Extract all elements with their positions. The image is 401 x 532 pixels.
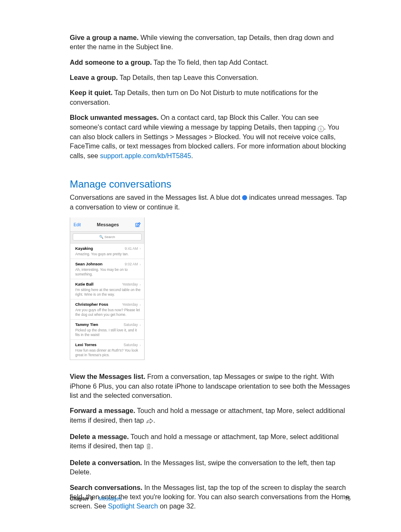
- paragraph-leave-group: Leave a group. Tap Details, then tap Lea…: [70, 73, 351, 82]
- body-text: .: [191, 152, 193, 159]
- bold-lead: Keep it quiet.: [70, 89, 113, 96]
- paragraph-keep-quiet: Keep it quiet. Tap Details, then turn on…: [70, 88, 351, 107]
- bold-lead: Add someone to a group.: [70, 58, 152, 66]
- section-title-manage-conversations: Manage conversations: [70, 177, 351, 191]
- conversation-name: Tammy Tien: [75, 322, 98, 327]
- paragraph-forward-message: Forward a message. Touch and hold a mess…: [70, 406, 351, 426]
- conversation-preview: I'm sitting here at the second table on …: [75, 288, 141, 296]
- conversation-row[interactable]: Christopher FossYesterday ›Are you guys …: [70, 299, 144, 320]
- conversation-preview: Amazing. You guys are pretty tan.: [75, 252, 141, 257]
- forward-icon: [146, 417, 153, 426]
- paragraph-give-name: Give a group a name. While viewing the c…: [70, 33, 351, 52]
- chevron-right-icon: ›: [140, 303, 141, 307]
- chevron-right-icon: ›: [140, 283, 141, 287]
- conversation-time: 9:41 AM ›: [125, 246, 141, 251]
- body-text: .: [151, 442, 153, 450]
- conversation-time: Saturday ›: [124, 323, 141, 328]
- chevron-right-icon: ›: [140, 247, 141, 251]
- conversation-time: 9:02 AM ›: [125, 262, 141, 267]
- search-placeholder: Search: [104, 235, 115, 239]
- chevron-right-icon: ›: [140, 263, 141, 267]
- conversation-row[interactable]: Katie BallYesterday ›I'm sitting here at…: [70, 279, 144, 299]
- bold-lead: Block unwanted messages.: [70, 114, 158, 121]
- conversation-time: Yesterday ›: [122, 302, 141, 307]
- conversation-preview: Are you guys off the bus now? Please let…: [75, 308, 141, 317]
- conversation-preview: Picked up the dress. I still love it, an…: [75, 328, 141, 337]
- conversation-list: Kayaking9:41 AM ›Amazing. You guys are p…: [70, 244, 144, 360]
- paragraph-add-someone: Add someone to a group. Tap the To field…: [70, 58, 351, 67]
- conversation-name: Kayaking: [75, 246, 93, 251]
- search-bar[interactable]: 🔍 Search: [70, 232, 144, 244]
- paragraph-delete-message: Delete a message. Touch and hold a messa…: [70, 432, 351, 452]
- conversation-row[interactable]: Kayaking9:41 AM ›Amazing. You guys are p…: [70, 244, 144, 259]
- conversation-name: Christopher Foss: [75, 302, 108, 307]
- unread-dot-icon: [242, 195, 247, 200]
- navbar-title: Messages: [97, 222, 119, 228]
- trash-icon: [146, 442, 151, 452]
- chapter-label: Chapter 9: [70, 496, 93, 502]
- paragraph-delete-conversation: Delete a conversation. In the Messages l…: [70, 458, 351, 477]
- conversation-time: Yesterday ›: [122, 282, 141, 287]
- bold-lead: Give a group a name.: [70, 34, 139, 41]
- edit-button[interactable]: Edit: [74, 222, 81, 228]
- bold-lead: View the Messages list.: [70, 373, 145, 380]
- bold-lead: Delete a message.: [70, 433, 129, 440]
- body-text: .: [153, 416, 156, 424]
- conversation-row[interactable]: Lexi TorresSaturday ›How fun was dinner …: [70, 340, 144, 360]
- conversation-preview: How fun was dinner at Ruth's? You look g…: [75, 348, 141, 357]
- body-text: Conversations are saved in the Messages …: [70, 193, 242, 201]
- conversation-time: Saturday ›: [124, 343, 141, 348]
- support-link[interactable]: support.apple.com/kb/HT5845: [100, 152, 191, 159]
- page-footer: Chapter 9 Messages 75: [70, 495, 351, 503]
- search-icon: 🔍: [99, 235, 103, 239]
- bold-lead: Leave a group.: [70, 74, 118, 81]
- body-text: Tap Details, then tap Leave this Convers…: [118, 74, 258, 81]
- chevron-right-icon: ›: [140, 344, 141, 347]
- bold-lead: Search conversations.: [70, 484, 142, 491]
- chevron-right-icon: ›: [140, 323, 141, 327]
- bold-lead: Delete a conversation.: [70, 459, 142, 466]
- conversation-preview: Ah, interesting. You may be on to someth…: [75, 267, 141, 276]
- conversation-name: Katie Ball: [75, 281, 93, 287]
- body-text: on page 32.: [158, 502, 196, 510]
- conversation-row[interactable]: Tammy TienSaturday ›Picked up the dress.…: [70, 320, 144, 340]
- paragraph-view-list: View the Messages list. From a conversat…: [70, 372, 351, 400]
- page-number: 75: [345, 495, 351, 503]
- section-intro: Conversations are saved in the Messages …: [70, 193, 351, 212]
- compose-icon[interactable]: [135, 222, 141, 228]
- info-icon: i: [318, 126, 324, 132]
- messages-navbar: Edit Messages: [70, 217, 144, 232]
- conversation-name: Lexi Torres: [75, 342, 97, 347]
- paragraph-block-unwanted: Block unwanted messages. On a contact ca…: [70, 113, 351, 160]
- spotlight-search-link[interactable]: Spotlight Search: [108, 502, 158, 510]
- conversation-row[interactable]: Sean Johnson9:02 AM ›Ah, interesting. Yo…: [70, 259, 144, 279]
- bold-lead: Forward a message.: [70, 407, 135, 414]
- conversation-name: Sean Johnson: [75, 261, 103, 267]
- body-text: Tap the To field, then tap Add Contact.: [152, 58, 268, 66]
- messages-screenshot: Edit Messages 🔍 Search Kayaking9:41 AM ›…: [70, 217, 145, 360]
- chapter-name: Messages: [99, 496, 122, 502]
